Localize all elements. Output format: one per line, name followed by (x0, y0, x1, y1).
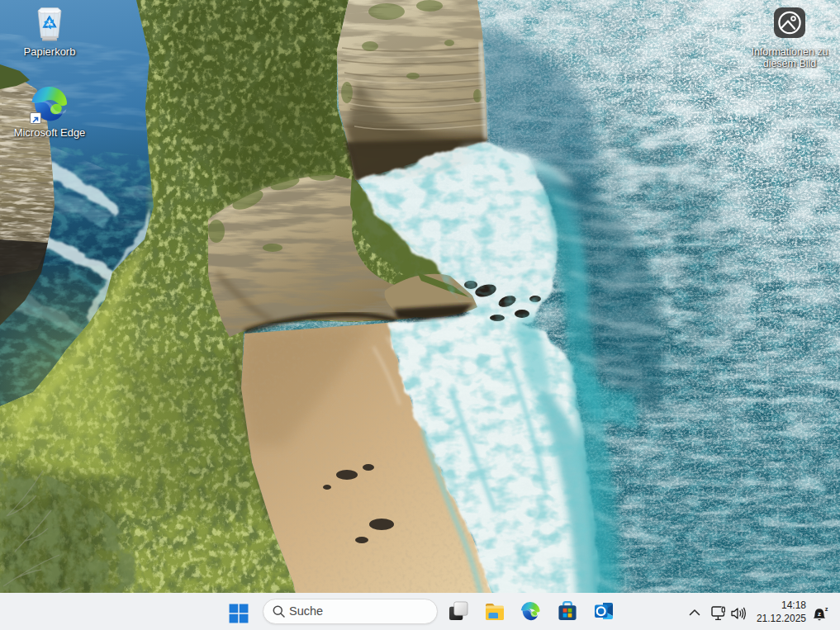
svg-text:z: z (818, 610, 821, 618)
svg-text:z: z (825, 607, 828, 613)
